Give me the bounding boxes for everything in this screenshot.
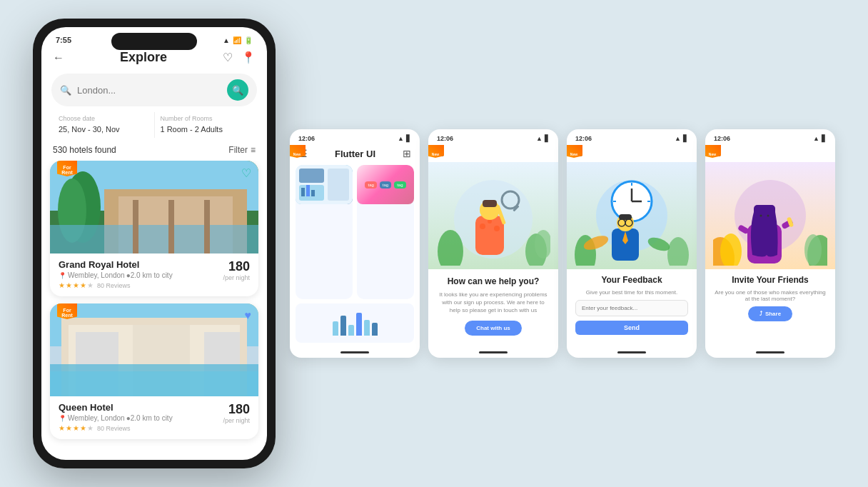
rooms-box[interactable]: Number of Rooms 1 Room - 2 Adults xyxy=(155,112,256,138)
hotel-card-1[interactable]: For Rent ♡ Grand Royal Hotel 📍 Wembley, … xyxy=(50,161,258,296)
filter-label: Filter xyxy=(228,145,248,155)
star4: ★ xyxy=(80,281,86,289)
screen4-corner-tag: New xyxy=(705,145,721,158)
back-icon[interactable]: ← xyxy=(53,51,64,64)
screen2-illustration xyxy=(428,162,558,269)
screen2-status-icons: ▲ ▋ xyxy=(536,135,550,142)
hotel-info-1: Grand Royal Hotel 📍 Wembley, London ●2.0… xyxy=(50,253,258,296)
hotel-image-2: For Rent ♥ xyxy=(50,303,258,396)
screen3-wifi: ▲ xyxy=(675,135,681,142)
price-night-2: /per night xyxy=(223,417,250,424)
rooms-value: 1 Room - 2 Adults xyxy=(161,125,223,134)
main-container: 7:55 ▲ 📶 🔋 ← Explore ♡ 📍 🔍 � xyxy=(19,4,849,483)
search-button[interactable]: 🔍 xyxy=(227,79,248,101)
screen1-time: 12:06 xyxy=(298,135,315,142)
screen3-send-button[interactable]: Send xyxy=(575,321,688,335)
hotel-heart-2[interactable]: ♥ xyxy=(245,309,252,322)
phone-frame: 7:55 ▲ 📶 🔋 ← Explore ♡ 📍 🔍 � xyxy=(33,19,276,468)
screen3-menu: ☰ xyxy=(567,145,697,162)
hotel-list: For Rent ♡ Grand Royal Hotel 📍 Wembley, … xyxy=(41,161,267,460)
screen1-pink-bg: tag tag tag xyxy=(357,165,414,204)
screen1-grid-icon[interactable]: ⊞ xyxy=(403,148,411,159)
share-icon: ⤴ xyxy=(760,311,762,317)
bar3 xyxy=(348,325,354,336)
star5: ★ xyxy=(87,281,94,289)
screen-invite: New 12:06 ▲ ▋ ☰ xyxy=(705,129,835,358)
hotel-location-2: 📍 Wembley, London ●2.0 km to city xyxy=(59,414,173,422)
screen2-subtitle: It looks like you are experiencing probl… xyxy=(437,291,550,315)
location-nav-icon[interactable]: 📍 xyxy=(241,51,256,64)
price-amount-2: 180 xyxy=(228,402,250,416)
svg-rect-22 xyxy=(328,169,349,201)
hotel-name-1: Grand Royal Hotel xyxy=(59,259,173,270)
screen3-battery: ▋ xyxy=(683,135,688,142)
nav-icons: ♡ 📍 xyxy=(223,51,256,64)
svg-point-31 xyxy=(480,224,485,229)
hotel-stars-2: ★ ★ ★ ★ ★ 80 Reviews xyxy=(59,424,173,432)
screen3-content: Your Feedback Give your best time for th… xyxy=(567,269,697,348)
star2: ★ xyxy=(66,281,72,289)
screen1-corner-tag: New xyxy=(290,145,306,158)
star2-2: ★ xyxy=(66,424,72,432)
filter-button[interactable]: Filter ≡ xyxy=(228,145,256,155)
results-bar: 530 hotels found Filter ≡ xyxy=(41,142,267,161)
hotel-price-2: 180 /per night xyxy=(223,402,250,424)
screen3-feedback-input[interactable] xyxy=(575,300,688,316)
screen4-title: Invite Your Friends xyxy=(732,275,809,285)
screen2-chat-button[interactable]: Chat with us xyxy=(465,321,522,336)
svg-rect-7 xyxy=(133,200,138,253)
screen-feedback: New 12:06 ▲ ▋ ☰ xyxy=(567,129,697,358)
bar4 xyxy=(356,313,362,336)
status-icons: ▲ 📶 🔋 xyxy=(223,36,253,44)
heart-nav-icon[interactable]: ♡ xyxy=(223,51,233,64)
hotel-name-2: Queen Hotel xyxy=(59,402,173,413)
reviews-2: 80 Reviews xyxy=(97,425,131,432)
svg-rect-6 xyxy=(50,225,258,253)
screen1-blue-bg xyxy=(296,165,353,204)
screen2-content: How can we help you? It looks like you a… xyxy=(428,269,558,348)
screen1-card1[interactable] xyxy=(296,165,353,299)
screen1-wifi: ▲ xyxy=(398,135,404,142)
screen2-corner-tag: New xyxy=(428,145,444,158)
screen2-time: 12:06 xyxy=(437,135,453,142)
hotel-details-1: Grand Royal Hotel 📍 Wembley, London ●2.0… xyxy=(59,259,173,289)
screen4-wifi: ▲ xyxy=(813,135,819,142)
screen4-battery: ▋ xyxy=(822,135,827,142)
status-time: 7:55 xyxy=(56,36,71,44)
tag-pill-3: tag xyxy=(394,181,405,189)
location-icon-2: 📍 xyxy=(59,415,66,422)
date-label: Choose date xyxy=(59,115,148,122)
svg-rect-68 xyxy=(754,205,775,218)
screen1-battery: ▋ xyxy=(406,135,411,142)
screen4-share-button[interactable]: ⤴ Share xyxy=(748,306,792,321)
screen3-title: Your Feedback xyxy=(575,275,688,285)
date-rooms-bar: Choose date 25, Nov - 30, Nov Number of … xyxy=(41,112,267,142)
screen3-home-indicator xyxy=(617,351,646,353)
hotel-location-1: 📍 Wembley, London ●2.0 km to city xyxy=(59,271,173,279)
wifi-icon: ▲ xyxy=(223,36,230,44)
svg-point-69 xyxy=(760,215,762,217)
screen1-card2[interactable]: tag tag tag xyxy=(357,165,414,299)
svg-point-33 xyxy=(494,226,500,231)
search-bar[interactable]: 🔍 🔍 xyxy=(51,74,257,106)
hotel-card-2[interactable]: For Rent ♥ Queen Hotel 📍 Wembley, London… xyxy=(50,303,258,439)
hotel-details-2: Queen Hotel 📍 Wembley, London ●2.0 km to… xyxy=(59,402,173,432)
screen1-card1-img xyxy=(296,165,353,204)
chart-bars xyxy=(333,311,378,336)
hotel-price-1: 180 /per night xyxy=(223,259,250,281)
hotel-heart-1[interactable]: ♡ xyxy=(241,166,251,180)
search-icon: 🔍 xyxy=(60,85,71,96)
search-input[interactable] xyxy=(77,85,221,96)
screen-flutter-ui: New 12:06 ▲ ▋ ☰ Flutter UI ⊞ xyxy=(290,129,420,358)
screen1-header: ☰ Flutter UI ⊞ xyxy=(290,145,420,165)
hotel-badge-2: For Rent xyxy=(57,303,77,319)
reviews-1: 80 Reviews xyxy=(97,282,131,289)
results-count: 530 hotels found xyxy=(53,145,116,155)
star1: ★ xyxy=(59,281,65,289)
screen1-status-icons: ▲ ▋ xyxy=(398,135,411,142)
bar2 xyxy=(340,316,346,336)
svg-rect-35 xyxy=(483,200,497,207)
screen4-content: Invite Your Friends Are you one of those… xyxy=(705,269,835,348)
location-text-2: Wembley, London xyxy=(68,414,125,422)
date-box[interactable]: Choose date 25, Nov - 30, Nov xyxy=(53,112,155,138)
